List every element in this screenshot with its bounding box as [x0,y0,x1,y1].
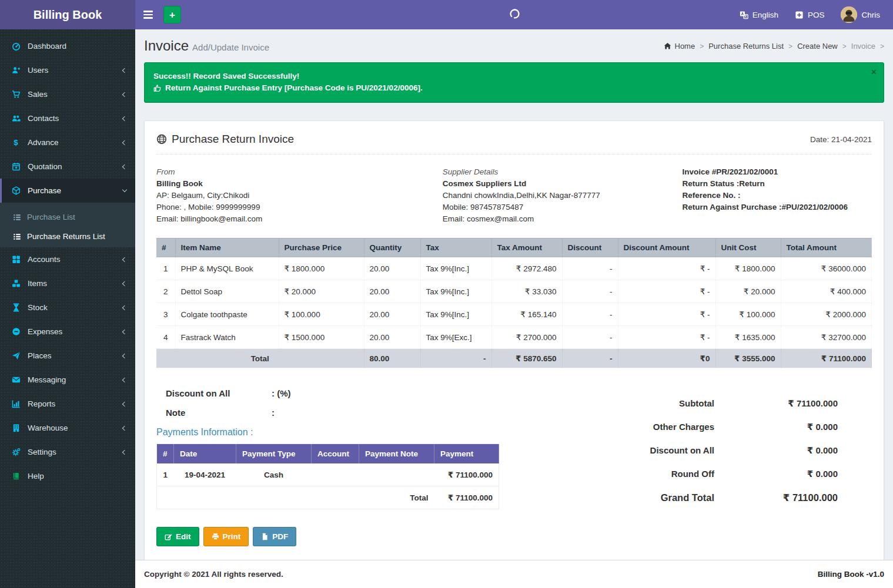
chevron-left-icon [122,329,127,334]
chevron-left-icon [122,305,127,310]
sidebar-item-reports[interactable]: Reports [0,392,135,416]
pos-button[interactable]: POS [795,11,825,19]
chevron-left-icon [122,164,127,169]
item-row: 1PHP & MySQL Book₹ 1800.00020.00Tax 9%[I… [156,257,872,280]
sidebar-item-advance[interactable]: $Advance [0,130,135,154]
payments-heading: Payments Information : [156,427,509,438]
sidebar-item-label: Advance [28,138,59,147]
sidebar-item-label: Help [28,472,44,481]
sidebar-item-stock[interactable]: Stock [0,295,135,320]
gauge-icon [11,42,21,51]
item-cell: ₹ 32700.000 [781,326,872,349]
column-header: Purchase Price [279,238,364,257]
item-cell: PHP & MySQL Book [175,257,279,280]
sidebar-item-sales[interactable]: Sales [0,82,135,106]
breadcrumb-item[interactable]: Purchase Returns List [708,42,792,51]
chevron-left-icon [122,401,127,406]
cubes-icon [11,279,21,288]
sidebar-subitem-purchase-list[interactable]: Purchase List [0,207,135,227]
item-row: 3Colgate toothpaste₹ 100.00020.00Tax 9%[… [156,303,872,326]
column-header: Payment [434,444,499,464]
item-cell: ₹ - [618,303,715,326]
item-row: 2Dettol Soap₹ 20.00020.00Tax 9%[Inc.]₹ 3… [156,280,872,303]
sidebar-subitem-purchase-returns-list[interactable]: Purchase Returns List [0,227,135,246]
dollar-icon: $ [11,138,21,147]
plus-square-icon [795,11,804,19]
column-header: Date [174,444,236,464]
language-menu[interactable]: English [740,11,778,19]
item-cell: - [562,257,618,280]
sidebar-item-settings[interactable]: Settings [0,440,135,464]
item-cell: ₹ 1800.000 [279,257,364,280]
sidebar-item-places[interactable]: Places [0,344,135,368]
item-cell: ₹ 400.000 [781,280,872,303]
breadcrumb: HomePurchase Returns ListCreate NewInvoi… [664,42,885,51]
item-cell: ₹ 2972.480 [491,257,562,280]
chevron-down-icon [122,187,127,192]
sidebar-item-label: Settings [28,448,56,456]
app-version: Billing Book -v1.0 [818,570,884,579]
discount-on-all-row: Discount on All : (%) [166,388,509,398]
page-subtitle: Add/Update Invoice [192,42,269,52]
thumbs-up-icon [153,84,162,92]
main-content: InvoiceAdd/Update Invoice HomePurchase R… [135,0,893,565]
quick-add-button[interactable]: + [163,6,181,23]
sidebar-item-accounts[interactable]: Accounts [0,247,135,271]
column-header: Account [312,444,359,464]
print-button[interactable]: Print [203,527,249,546]
sidebar-item-users[interactable]: Users [0,58,135,82]
item-cell: ₹ 2000.000 [781,303,872,326]
sidebar-item-contacts[interactable]: Contacts [0,106,135,130]
invoice-meta-line: Return Status :Return [682,178,872,190]
item-cell: Tax 9%[Exc.] [420,326,491,349]
summary-row: Subtotal ₹ 71100.000 [588,392,838,415]
chevron-left-icon [122,449,127,454]
sidebar-item-quotation[interactable]: Quotation [0,154,135,179]
item-cell: ₹ - [618,280,715,303]
items-total-row: Total 80.00 - ₹ 5870.650 - ₹0 ₹ 3555.000… [156,349,872,368]
item-cell: ₹ 2700.000 [491,326,562,349]
brand-logo[interactable]: Billing Book [0,0,135,29]
chevron-left-icon [122,281,127,285]
sidebar-item-label: Messaging [28,375,66,384]
sidebar-item-help[interactable]: Help [0,464,135,488]
sidebar-item-label: Dashboard [28,42,66,51]
envelope-icon [11,375,21,384]
item-cell: Fastrack Watch [175,326,279,349]
grid-icon [11,255,21,264]
sidebar-item-dashboard[interactable]: Dashboard [0,34,135,58]
invoice-meta-line: Return Against Purchase :#PU/2021/02/000… [682,201,872,213]
home-icon [664,42,671,50]
item-cell: ₹ 100.000 [279,303,364,326]
breadcrumb-item[interactable]: Home [675,42,704,51]
pos-label: POS [808,11,825,19]
sidebar-item-purchase[interactable]: Purchase [0,179,135,203]
hourglass-icon [11,303,21,312]
close-icon[interactable]: × [871,68,877,77]
user-menu[interactable]: Chris [841,6,880,23]
item-cell: Tax 9%[Inc.] [420,280,491,303]
item-cell: 2 [156,280,175,303]
sidebar-item-warehouse[interactable]: Warehouse [0,416,135,440]
pdf-button[interactable]: PDF [253,527,296,546]
sidebar-item-items[interactable]: Items [0,271,135,295]
summary-row: Round Off ₹ 0.000 [588,462,838,486]
invoice-meta: Invoice #PR/2021/02/0001Return Status :R… [682,166,872,225]
item-cell: ₹ 33.030 [491,280,562,303]
item-cell: Dettol Soap [175,280,279,303]
cube-icon [11,186,21,195]
user-name: Chris [861,11,880,19]
sidebar-item-label: Users [28,66,48,75]
summary-row: Discount on All ₹ 0.000 [588,439,838,462]
menu-toggle-icon[interactable] [135,0,161,29]
chevron-left-icon [122,140,127,145]
item-cell: 20.00 [364,280,420,303]
sidebar-item-messaging[interactable]: Messaging [0,368,135,392]
edit-button[interactable]: Edit [156,527,199,546]
item-cell: Colgate toothpaste [175,303,279,326]
invoice-meta-line: Invoice #PR/2021/02/0001 [682,166,872,178]
book-icon [11,472,21,481]
breadcrumb-item[interactable]: Create New [797,42,847,51]
sidebar-item-expenses[interactable]: Expenses [0,320,135,344]
breadcrumb-item: Invoice [851,42,884,51]
